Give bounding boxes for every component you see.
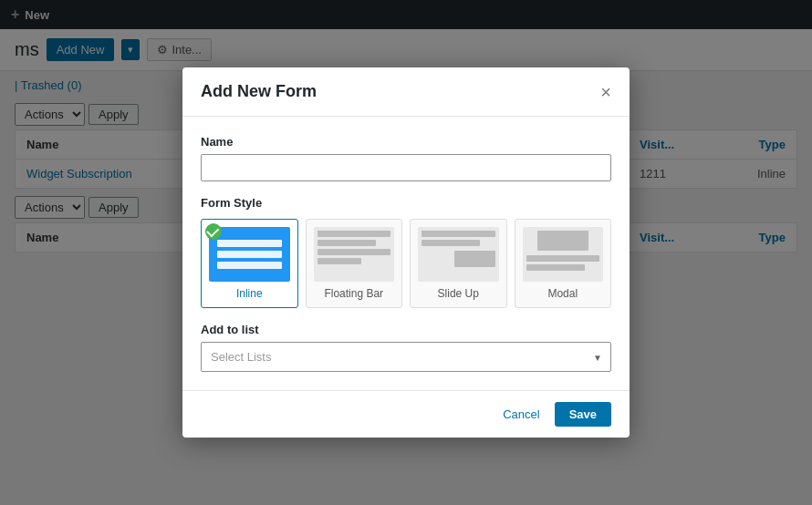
floating-bar-label: Floating Bar: [314, 287, 395, 300]
modal-overlay: Add New Form × Name Form Style Inlin: [0, 0, 812, 505]
name-field-label: Name: [201, 135, 611, 149]
selected-checkmark: [205, 223, 222, 240]
add-new-form-modal: Add New Form × Name Form Style Inlin: [182, 67, 630, 438]
cancel-button[interactable]: Cancel: [495, 402, 547, 427]
modal-body: Name Form Style Inline: [182, 117, 630, 390]
modal-close-button[interactable]: ×: [600, 83, 611, 101]
style-option-inline[interactable]: Inline: [201, 219, 298, 308]
name-input[interactable]: [201, 154, 611, 181]
select-lists-wrapper: Select Lists: [201, 342, 611, 372]
floating-bar-preview: [314, 227, 395, 282]
style-option-floating-bar[interactable]: Floating Bar: [306, 219, 403, 308]
save-button[interactable]: Save: [555, 402, 611, 427]
modal-footer: Cancel Save: [182, 390, 630, 438]
form-style-options: Inline Floating Bar: [201, 219, 611, 308]
modal-title: Add New Form: [201, 82, 317, 101]
add-to-list-label: Add to list: [201, 323, 611, 336]
style-option-modal[interactable]: Modal: [515, 219, 612, 308]
slide-up-label: Slide Up: [418, 287, 499, 300]
select-lists-dropdown[interactable]: Select Lists: [201, 342, 611, 372]
modal-preview: [523, 227, 604, 282]
modal-header: Add New Form ×: [182, 67, 630, 117]
modal-label: Modal: [523, 287, 604, 300]
inline-preview: [209, 227, 290, 282]
style-option-slide-up[interactable]: Slide Up: [410, 219, 507, 308]
inline-label: Inline: [209, 287, 290, 300]
slide-up-preview: [418, 227, 499, 282]
form-style-label: Form Style: [201, 196, 611, 210]
